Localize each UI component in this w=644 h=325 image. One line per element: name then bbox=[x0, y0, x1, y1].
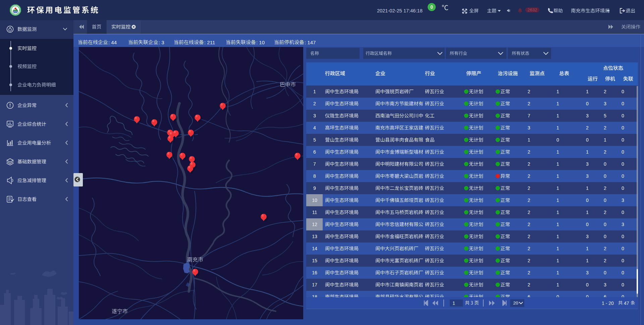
svg-text:3: 3 bbox=[586, 161, 589, 167]
svg-text:1: 1 bbox=[556, 234, 559, 239]
svg-text:0: 0 bbox=[604, 234, 606, 239]
svg-text:7: 7 bbox=[528, 113, 530, 118]
svg-text:0: 0 bbox=[622, 125, 624, 130]
svg-text:0: 0 bbox=[586, 198, 589, 203]
svg-text:1: 1 bbox=[586, 149, 589, 155]
svg-text:3: 3 bbox=[622, 222, 624, 227]
svg-text:5: 5 bbox=[604, 113, 606, 118]
svg-text:8: 8 bbox=[313, 173, 316, 179]
svg-text:10: 10 bbox=[312, 198, 317, 203]
svg-text:47: 47 bbox=[624, 301, 629, 306]
svg-text:2: 2 bbox=[528, 161, 530, 167]
svg-text:1: 1 bbox=[586, 89, 589, 94]
svg-text:1: 1 bbox=[556, 258, 559, 263]
svg-text:1: 1 bbox=[556, 270, 559, 275]
svg-text:6: 6 bbox=[313, 149, 316, 155]
svg-text:1: 1 bbox=[556, 113, 559, 118]
svg-text:0: 0 bbox=[622, 258, 624, 263]
svg-text:2: 2 bbox=[528, 246, 530, 251]
svg-text:1: 1 bbox=[313, 89, 316, 94]
svg-text:1 - 20: 1 - 20 bbox=[602, 301, 614, 306]
svg-text:9: 9 bbox=[313, 185, 316, 191]
svg-text:: 211: : 211 bbox=[204, 40, 215, 45]
svg-text:0: 0 bbox=[622, 113, 624, 118]
svg-text:3: 3 bbox=[604, 101, 606, 106]
svg-text:2: 2 bbox=[313, 101, 316, 106]
svg-text:2: 2 bbox=[528, 282, 530, 287]
svg-text:0: 0 bbox=[586, 137, 589, 143]
svg-text:14: 14 bbox=[312, 246, 317, 251]
svg-text:2: 2 bbox=[528, 210, 530, 215]
svg-text:3: 3 bbox=[586, 173, 589, 179]
svg-text:1: 1 bbox=[586, 258, 589, 263]
svg-text:2: 2 bbox=[528, 89, 530, 94]
svg-text:1: 1 bbox=[556, 185, 559, 191]
svg-text:3: 3 bbox=[586, 234, 589, 239]
svg-text:0: 0 bbox=[556, 137, 559, 143]
svg-text:2021-02-25 17:46:18: 2021-02-25 17:46:18 bbox=[377, 8, 423, 13]
svg-text:2: 2 bbox=[604, 246, 606, 251]
svg-text:0: 0 bbox=[604, 222, 606, 227]
svg-text:3: 3 bbox=[586, 113, 589, 118]
svg-text:1: 1 bbox=[586, 246, 589, 251]
svg-text:2: 2 bbox=[604, 89, 606, 94]
svg-text:2: 2 bbox=[604, 149, 606, 155]
svg-text:0: 0 bbox=[586, 101, 589, 106]
svg-text:2: 2 bbox=[604, 210, 606, 215]
svg-text:1: 1 bbox=[556, 222, 559, 227]
svg-text:0: 0 bbox=[622, 246, 624, 251]
svg-text:1: 1 bbox=[556, 101, 559, 106]
svg-text:0: 0 bbox=[604, 270, 606, 275]
svg-text:2: 2 bbox=[604, 125, 606, 130]
svg-text:13: 13 bbox=[312, 234, 317, 239]
svg-text:0: 0 bbox=[622, 210, 624, 215]
svg-text:0: 0 bbox=[604, 161, 606, 167]
svg-text:2: 2 bbox=[528, 222, 530, 227]
svg-text:0: 0 bbox=[622, 137, 624, 143]
svg-text:2: 2 bbox=[528, 149, 530, 155]
svg-text:1: 1 bbox=[556, 89, 559, 94]
svg-text:11: 11 bbox=[312, 210, 317, 215]
svg-text:3: 3 bbox=[313, 113, 316, 118]
svg-text:7: 7 bbox=[313, 161, 316, 167]
svg-text:1: 1 bbox=[452, 301, 455, 306]
svg-text:2: 2 bbox=[528, 258, 530, 263]
svg-text:0: 0 bbox=[430, 4, 433, 10]
svg-text:0: 0 bbox=[622, 149, 624, 155]
svg-text:1: 1 bbox=[528, 137, 530, 143]
svg-text:2: 2 bbox=[528, 198, 530, 203]
svg-text:1: 1 bbox=[556, 246, 559, 251]
svg-text:15: 15 bbox=[312, 258, 317, 263]
svg-text:5: 5 bbox=[313, 137, 316, 143]
svg-text:20: 20 bbox=[513, 301, 518, 306]
svg-text:0: 0 bbox=[622, 173, 624, 179]
svg-text:1: 1 bbox=[556, 149, 559, 155]
svg-text:2: 2 bbox=[528, 270, 530, 275]
svg-text:0: 0 bbox=[604, 173, 606, 179]
svg-text:0: 0 bbox=[622, 89, 624, 94]
svg-text:2632: 2632 bbox=[528, 7, 537, 12]
svg-text:2: 2 bbox=[528, 173, 530, 179]
svg-text:1: 1 bbox=[556, 173, 559, 179]
svg-text:1: 1 bbox=[556, 161, 559, 167]
svg-text:0: 0 bbox=[622, 161, 624, 167]
svg-text:17: 17 bbox=[312, 282, 317, 287]
svg-text:2: 2 bbox=[528, 234, 530, 239]
svg-text:2: 2 bbox=[604, 185, 606, 191]
svg-text:16: 16 bbox=[312, 270, 317, 275]
svg-text:: 10: : 10 bbox=[256, 40, 265, 45]
svg-text:3: 3 bbox=[586, 270, 589, 275]
svg-text:3: 3 bbox=[528, 125, 530, 130]
svg-text:2: 2 bbox=[586, 125, 589, 130]
svg-text:0: 0 bbox=[622, 270, 624, 275]
svg-text:1: 1 bbox=[586, 185, 589, 191]
svg-text:: 44: : 44 bbox=[108, 40, 117, 45]
svg-text:12: 12 bbox=[312, 222, 317, 227]
svg-text:2: 2 bbox=[528, 185, 530, 191]
svg-text:1: 1 bbox=[586, 210, 589, 215]
svg-text:1: 1 bbox=[556, 198, 559, 203]
svg-text:: 3: : 3 bbox=[159, 40, 164, 45]
svg-text:0: 0 bbox=[622, 101, 624, 106]
svg-text:0: 0 bbox=[604, 198, 606, 203]
svg-text:0: 0 bbox=[586, 222, 589, 227]
